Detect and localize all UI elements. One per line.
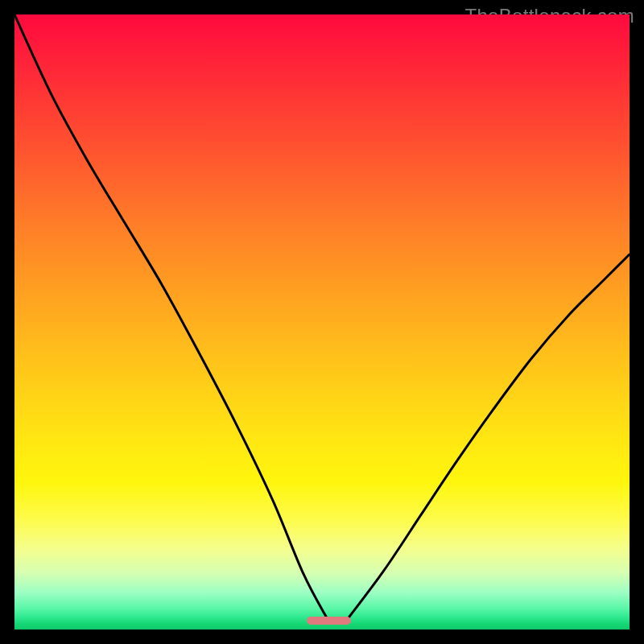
plot-area bbox=[14, 14, 630, 630]
left-curve bbox=[14, 14, 328, 621]
right-curve bbox=[347, 254, 630, 621]
minimum-marker bbox=[307, 617, 351, 625]
chart-frame: TheBottleneck.com bbox=[0, 0, 644, 644]
curves-svg bbox=[14, 14, 630, 630]
